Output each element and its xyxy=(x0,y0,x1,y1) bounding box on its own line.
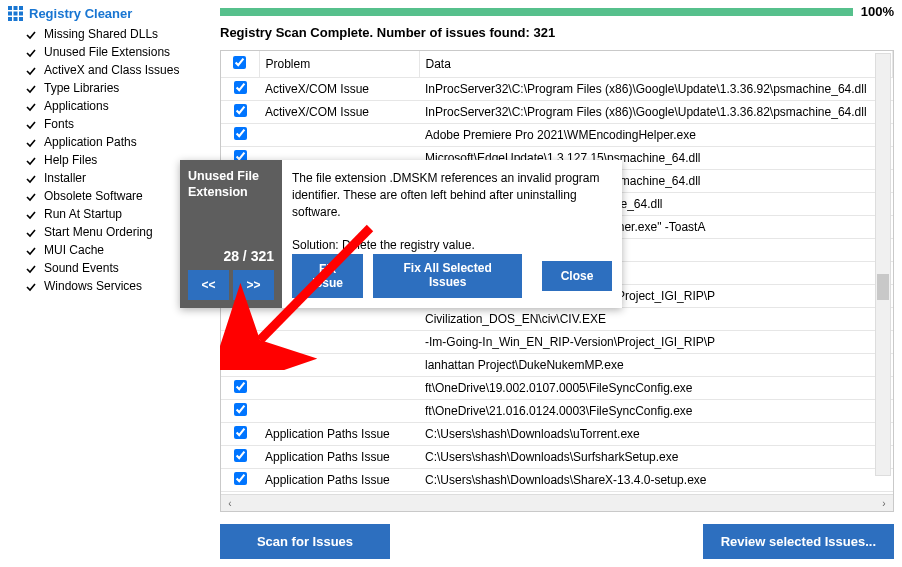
row-data: Civilization_DOS_EN\civ\CIV.EXE xyxy=(419,307,893,330)
sidebar-item-label: Start Menu Ordering xyxy=(44,225,153,239)
sidebar-item-label: MUI Cache xyxy=(44,243,104,257)
sidebar-header[interactable]: Registry Cleaner xyxy=(8,4,212,25)
table-row[interactable]: Application Paths IssueC:\Users\shash\Do… xyxy=(221,445,893,468)
table-row[interactable]: ft\OneDrive\21.016.0124.0003\FileSyncCon… xyxy=(221,399,893,422)
svg-rect-6 xyxy=(8,17,12,21)
issue-popover: Unused File Extension 28 / 321 << >> The… xyxy=(180,160,622,308)
table-row[interactable]: Application Paths IssueC:\Users\shash\Do… xyxy=(221,468,893,491)
row-problem xyxy=(259,353,419,376)
row-checkbox[interactable] xyxy=(234,426,247,439)
row-checkbox[interactable] xyxy=(234,449,247,462)
popover-left-panel: Unused File Extension 28 / 321 << >> xyxy=(180,160,282,308)
popover-title: Unused File Extension xyxy=(188,168,274,201)
sidebar-item-label: ActiveX and Class Issues xyxy=(44,63,179,77)
vertical-scrollbar[interactable] xyxy=(875,53,891,476)
row-checkbox[interactable] xyxy=(234,334,247,347)
row-problem: Application Paths Issue xyxy=(259,491,419,494)
table-row[interactable]: ActiveX/COM IssueInProcServer32\C:\Progr… xyxy=(221,100,893,123)
header-checkbox-cell[interactable] xyxy=(221,51,259,77)
check-icon xyxy=(26,227,36,237)
sidebar-item-label: Applications xyxy=(44,99,109,113)
grid-icon xyxy=(8,6,23,21)
sidebar-item-missing-shared-dlls[interactable]: Missing Shared DLLs xyxy=(26,25,212,43)
row-checkbox[interactable] xyxy=(234,104,247,117)
row-data: ft\OneDrive\19.002.0107.0005\FileSyncCon… xyxy=(419,376,893,399)
scan-summary: Registry Scan Complete. Number of issues… xyxy=(220,19,894,50)
popover-counter: 28 / 321 xyxy=(188,248,274,270)
hscroll-right-arrow-icon[interactable]: › xyxy=(877,496,891,510)
close-popover-button[interactable]: Close xyxy=(542,261,612,291)
row-data: ft\OneDrive\21.016.0124.0003\FileSyncCon… xyxy=(419,399,893,422)
row-data: InProcServer32\C:\Program Files (x86)\Go… xyxy=(419,100,893,123)
check-icon xyxy=(26,65,36,75)
prev-issue-button[interactable]: << xyxy=(188,270,229,300)
header-data[interactable]: Data xyxy=(419,51,893,77)
sidebar-item-activex-and-class-issues[interactable]: ActiveX and Class Issues xyxy=(26,61,212,79)
row-checkbox[interactable] xyxy=(234,380,247,393)
row-problem: Application Paths Issue xyxy=(259,468,419,491)
select-all-checkbox[interactable] xyxy=(233,56,246,69)
row-checkbox[interactable] xyxy=(234,357,247,370)
sidebar-item-label: Type Libraries xyxy=(44,81,119,95)
hscroll-track[interactable] xyxy=(237,496,877,510)
row-checkbox[interactable] xyxy=(234,127,247,140)
next-issue-button[interactable]: >> xyxy=(233,270,274,300)
check-icon xyxy=(26,245,36,255)
row-data: C:\Users\shash\Downloads\uTorrent.exe xyxy=(419,422,893,445)
check-icon xyxy=(26,263,36,273)
check-icon xyxy=(26,281,36,291)
row-problem xyxy=(259,307,419,330)
table-row[interactable]: Civilization_DOS_EN\civ\CIV.EXE xyxy=(221,307,893,330)
sidebar-item-label: Unused File Extensions xyxy=(44,45,170,59)
row-checkbox[interactable] xyxy=(234,403,247,416)
fix-issue-button[interactable]: Fix Issue xyxy=(292,254,363,298)
sidebar-item-unused-file-extensions[interactable]: Unused File Extensions xyxy=(26,43,212,61)
row-data: C:\Users\shash\Downloads\ShareX-13.4.0-s… xyxy=(419,468,893,491)
table-row[interactable]: Application Paths IssueC:\Program Files\… xyxy=(221,491,893,494)
popover-description: The file extension .DMSKM references an … xyxy=(292,170,612,254)
sidebar-item-label: Fonts xyxy=(44,117,74,131)
scan-button[interactable]: Scan for Issues xyxy=(220,524,390,559)
progress-row: 100% xyxy=(220,4,894,19)
svg-rect-2 xyxy=(19,6,23,10)
fix-all-button[interactable]: Fix All Selected Issues xyxy=(373,254,522,298)
header-problem[interactable]: Problem xyxy=(259,51,419,77)
sidebar-item-applications[interactable]: Applications xyxy=(26,97,212,115)
check-icon xyxy=(26,119,36,129)
bottom-bar: Scan for Issues Review selected Issues..… xyxy=(220,512,894,559)
table-row[interactable]: ActiveX/COM IssueInProcServer32\C:\Progr… xyxy=(221,77,893,100)
horizontal-scrollbar[interactable]: ‹ › xyxy=(221,494,893,511)
row-checkbox[interactable] xyxy=(234,311,247,324)
sidebar-item-fonts[interactable]: Fonts xyxy=(26,115,212,133)
svg-rect-7 xyxy=(14,17,18,21)
vertical-scrollbar-thumb[interactable] xyxy=(877,274,889,300)
row-data: C:\Users\shash\Downloads\SurfsharkSetup.… xyxy=(419,445,893,468)
table-row[interactable]: Application Paths IssueC:\Users\shash\Do… xyxy=(221,422,893,445)
svg-rect-0 xyxy=(8,6,12,10)
table-row[interactable]: lanhattan Project\DukeNukemMP.exe xyxy=(221,353,893,376)
table-row[interactable]: ft\OneDrive\19.002.0107.0005\FileSyncCon… xyxy=(221,376,893,399)
row-problem: Application Paths Issue xyxy=(259,445,419,468)
popover-right-panel: The file extension .DMSKM references an … xyxy=(282,160,622,308)
sidebar-item-application-paths[interactable]: Application Paths xyxy=(26,133,212,151)
sidebar-item-label: Installer xyxy=(44,171,86,185)
sidebar-title: Registry Cleaner xyxy=(29,6,132,21)
row-problem xyxy=(259,376,419,399)
sidebar-item-label: Sound Events xyxy=(44,261,119,275)
table-row[interactable]: -Im-Going-In_Win_EN_RIP-Version\Project_… xyxy=(221,330,893,353)
sidebar-item-label: Run At Startup xyxy=(44,207,122,221)
check-icon xyxy=(26,209,36,219)
progress-bar xyxy=(220,8,853,16)
row-problem xyxy=(259,330,419,353)
sidebar-item-type-libraries[interactable]: Type Libraries xyxy=(26,79,212,97)
svg-rect-1 xyxy=(14,6,18,10)
review-button[interactable]: Review selected Issues... xyxy=(703,524,894,559)
svg-rect-4 xyxy=(14,12,18,16)
check-icon xyxy=(26,47,36,57)
row-checkbox[interactable] xyxy=(234,472,247,485)
row-checkbox[interactable] xyxy=(234,81,247,94)
hscroll-left-arrow-icon[interactable]: ‹ xyxy=(223,496,237,510)
table-row[interactable]: Adobe Premiere Pro 2021\WMEncodingHelper… xyxy=(221,123,893,146)
row-problem xyxy=(259,399,419,422)
check-icon xyxy=(26,191,36,201)
